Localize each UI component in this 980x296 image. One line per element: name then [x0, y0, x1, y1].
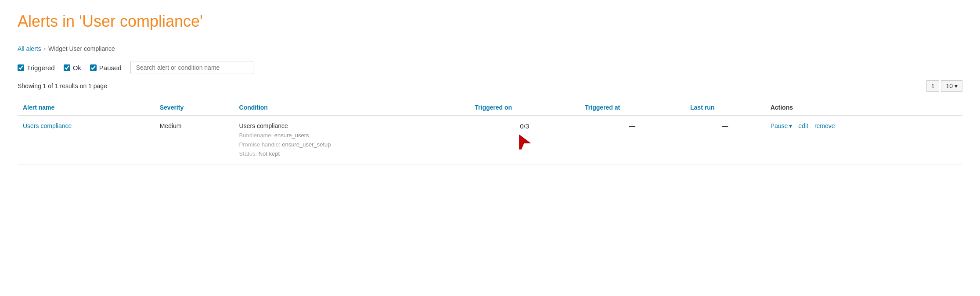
pagination-current-page[interactable]: 1 [926, 80, 940, 92]
paused-checkbox[interactable] [90, 64, 97, 71]
actions-group: Pause ▾ edit remove [771, 122, 933, 129]
breadcrumb-all-alerts-link[interactable]: All alerts [18, 45, 41, 52]
bundlename-value: ensure_users [274, 132, 309, 139]
ok-checkbox[interactable] [64, 64, 70, 71]
condition-main: Users compliance [239, 122, 465, 129]
table-row: Users compliance Medium Users compliance… [18, 116, 962, 165]
svg-marker-0 [519, 135, 530, 149]
col-triggered-at: Triggered at [580, 100, 685, 116]
table-container: Alert name Severity Condition Triggered … [18, 100, 962, 165]
cell-severity: Medium [155, 116, 234, 165]
cell-end-spacer [938, 116, 962, 165]
table-body: Users compliance Medium Users compliance… [18, 116, 962, 165]
col-alert-name: Alert name [18, 100, 155, 116]
filter-triggered[interactable]: Triggered [18, 64, 55, 71]
breadcrumb-current: Widget User compliance [48, 45, 115, 52]
filters-row: Triggered Ok Paused [18, 61, 962, 74]
page-title: Alerts in 'User compliance' [18, 12, 962, 31]
cell-triggered-at: — [580, 116, 685, 165]
cell-alert-name: Users compliance [18, 116, 155, 165]
cursor-arrow-icon [516, 132, 533, 151]
col-actions: Actions [765, 100, 938, 116]
results-summary: Showing 1 of 1 results on 1 page [18, 82, 107, 89]
col-triggered-on: Triggered on [469, 100, 580, 116]
breadcrumb-chevron-icon: › [44, 46, 46, 52]
cell-condition: Users compliance Bundlename: ensure_user… [234, 116, 470, 165]
alerts-table: Alert name Severity Condition Triggered … [18, 100, 962, 165]
col-condition: Condition [234, 100, 470, 116]
pause-button[interactable]: Pause ▾ [771, 122, 793, 129]
table-header: Alert name Severity Condition Triggered … [18, 100, 962, 116]
remove-button[interactable]: remove [814, 122, 835, 129]
bundlename-label: Bundlename: [239, 132, 273, 139]
filter-paused[interactable]: Paused [90, 64, 122, 71]
results-pagination-row: Showing 1 of 1 results on 1 page 1 10 ▾ [18, 80, 962, 92]
cell-last-run: — [685, 116, 765, 165]
triggered-on-value: 0/3 [516, 122, 533, 130]
status-label: Status: [239, 150, 257, 157]
status-value: Not kept [259, 150, 280, 157]
filter-ok[interactable]: Ok [64, 64, 81, 71]
breadcrumb: All alerts › Widget User compliance [18, 45, 962, 52]
edit-button[interactable]: edit [798, 122, 808, 129]
promise-label: Promise handle: [239, 141, 281, 148]
cell-triggered-on: 0/3 [469, 116, 580, 165]
condition-sub: Bundlename: ensure_users Promise handle:… [239, 131, 465, 158]
page-container: Alerts in 'User compliance' All alerts ›… [0, 0, 980, 182]
col-severity: Severity [155, 100, 234, 116]
alert-name-link[interactable]: Users compliance [23, 122, 72, 129]
promise-value: ensure_user_setup [282, 141, 331, 148]
triggered-label: Triggered [27, 64, 55, 71]
dropdown-arrow-icon: ▾ [955, 82, 958, 89]
paused-label: Paused [99, 64, 122, 71]
pagination-controls: 1 10 ▾ [926, 80, 962, 92]
triggered-on-wrapper: 0/3 [516, 122, 533, 151]
triggered-checkbox[interactable] [18, 64, 24, 71]
search-input[interactable] [130, 61, 253, 74]
divider [18, 38, 962, 38]
dropdown-chevron-icon: ▾ [789, 122, 792, 129]
cell-actions: Pause ▾ edit remove [765, 116, 938, 165]
col-spacer [938, 100, 962, 116]
col-last-run: Last run [685, 100, 765, 116]
ok-label: Ok [73, 64, 81, 71]
pagination-per-page-select[interactable]: 10 ▾ [941, 80, 962, 92]
